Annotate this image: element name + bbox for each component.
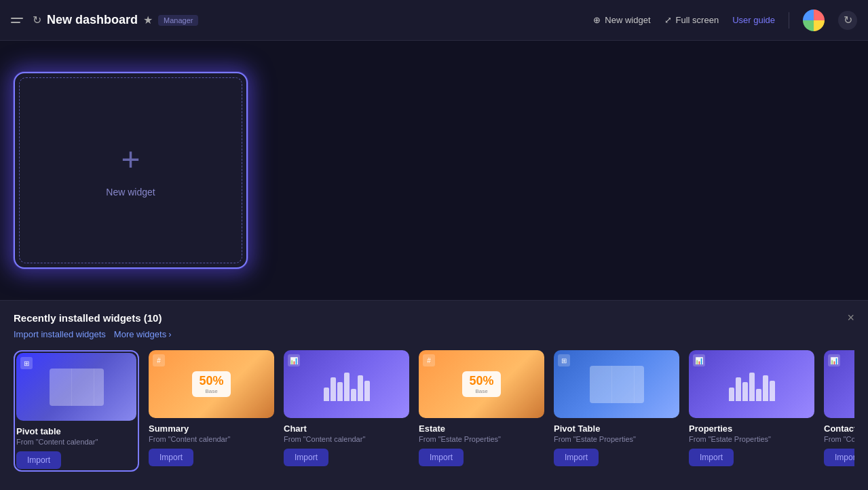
widget-source-chart: From "Content calendar" (284, 435, 409, 443)
widget-badge: ⊞ (558, 354, 570, 366)
widgets-grid: ⊞ (14, 350, 854, 472)
refresh-icon[interactable]: ↻ (33, 14, 41, 26)
header-left: ↻ New dashboard ★ Manager (11, 12, 593, 29)
import-button-pivot-table-2[interactable]: Import (554, 449, 599, 466)
widget-thumb-properties: 📊 (689, 350, 814, 418)
widget-badge: 📊 (288, 354, 300, 366)
menu-icon[interactable] (11, 12, 27, 29)
widget-badge: 📊 (693, 354, 705, 366)
widget-item-properties[interactable]: 📊 Properties From "Estate Properties" Im… (689, 350, 814, 472)
widget-name-estate: Estate (419, 423, 544, 434)
plus-icon: + (121, 143, 140, 176)
star-icon[interactable]: ★ (143, 14, 153, 26)
widget-name-summary: Summary (149, 423, 274, 434)
widget-thumb-estate: # 50% Base (419, 350, 544, 418)
widget-source-contacts-type: From "Contacts" (824, 435, 854, 443)
more-widgets-link[interactable]: More widgets › (114, 329, 172, 339)
widget-item-chart[interactable]: 📊 Chart From "Content calendar" Import (284, 350, 409, 472)
widget-name-pivot-table-2: Pivot Table (554, 423, 679, 434)
import-button-estate[interactable]: Import (419, 449, 464, 466)
import-installed-link[interactable]: Import installed widgets (14, 329, 106, 339)
widget-name-pivot-table: Pivot table (16, 426, 136, 436)
new-widget-btn-label: New widget (605, 15, 650, 25)
dashboard-title: New dashboard (47, 13, 138, 27)
widget-item-summary[interactable]: # 50% Base Summary From "Content calenda… (149, 350, 274, 472)
widget-badge: # (423, 354, 435, 366)
widget-thumb-summary: # 50% Base (149, 350, 274, 418)
widget-badge: # (153, 354, 165, 366)
import-button-pivot-table[interactable]: Import (16, 451, 61, 469)
widget-item-pivot-table[interactable]: ⊞ (14, 350, 139, 472)
fullscreen-label: Full screen (676, 15, 719, 25)
import-button-summary[interactable]: Import (149, 449, 193, 466)
widget-badge: 📊 (828, 354, 840, 366)
widget-source-summary: From "Content calendar" (149, 435, 274, 443)
fullscreen-icon: ⤢ (664, 15, 672, 25)
widget-thumb-pivot-table-2: ⊞ (554, 350, 679, 418)
sync-icon[interactable]: ↻ (838, 11, 857, 30)
widget-thumb-chart: 📊 (284, 350, 409, 418)
manager-badge: Manager (158, 15, 198, 26)
widget-name-chart: Chart (284, 423, 409, 434)
widget-item-estate[interactable]: # 50% Base Estate From "Estate Propertie… (419, 350, 544, 472)
widget-thumb-contacts-type: 📊 (824, 350, 854, 418)
separator (789, 12, 789, 29)
widget-item-contacts-type[interactable]: 📊 Contacts Type From "Contacts" Import (824, 350, 854, 472)
close-panel-button[interactable]: × (847, 312, 854, 324)
widget-thumb-pivot-table: ⊞ (16, 353, 136, 421)
widget-name-properties: Properties (689, 423, 814, 434)
user-guide-label: User guide (732, 15, 775, 25)
new-widget-card[interactable]: + New widget (14, 72, 248, 269)
fullscreen-button[interactable]: ⤢ Full screen (664, 15, 719, 25)
new-widget-icon: ⊕ (593, 15, 601, 25)
import-button-chart[interactable]: Import (284, 449, 328, 466)
widget-source-properties: From "Estate Properties" (689, 435, 814, 443)
header: ↻ New dashboard ★ Manager ⊕ New widget ⤢… (0, 0, 868, 41)
import-button-contacts-type[interactable]: Import (824, 449, 854, 466)
widget-source-pivot-table-2: From "Estate Properties" (554, 435, 679, 443)
new-widget-button[interactable]: ⊕ New widget (593, 15, 650, 25)
main-area: + New widget (0, 41, 868, 300)
header-right: ⊕ New widget ⤢ Full screen User guide ↻ (593, 10, 857, 31)
widget-item-pivot-table-2[interactable]: ⊞ (554, 350, 679, 472)
import-button-properties[interactable]: Import (689, 449, 734, 466)
user-guide-button[interactable]: User guide (732, 15, 775, 25)
new-widget-card-label: New widget (106, 187, 155, 197)
widget-name-contacts-type: Contacts Type (824, 423, 854, 434)
avatar[interactable] (803, 10, 825, 31)
panel-title: Recently installed widgets (10) (14, 312, 162, 324)
widget-source-estate: From "Estate Properties" (419, 435, 544, 443)
panel-links: Import installed widgets More widgets › (14, 329, 854, 339)
bottom-panel: Recently installed widgets (10) × Import… (0, 300, 868, 490)
widget-source-pivot-table: From "Content calendar" (16, 438, 136, 446)
panel-header: Recently installed widgets (10) × (14, 312, 854, 324)
widget-badge: ⊞ (20, 357, 33, 369)
